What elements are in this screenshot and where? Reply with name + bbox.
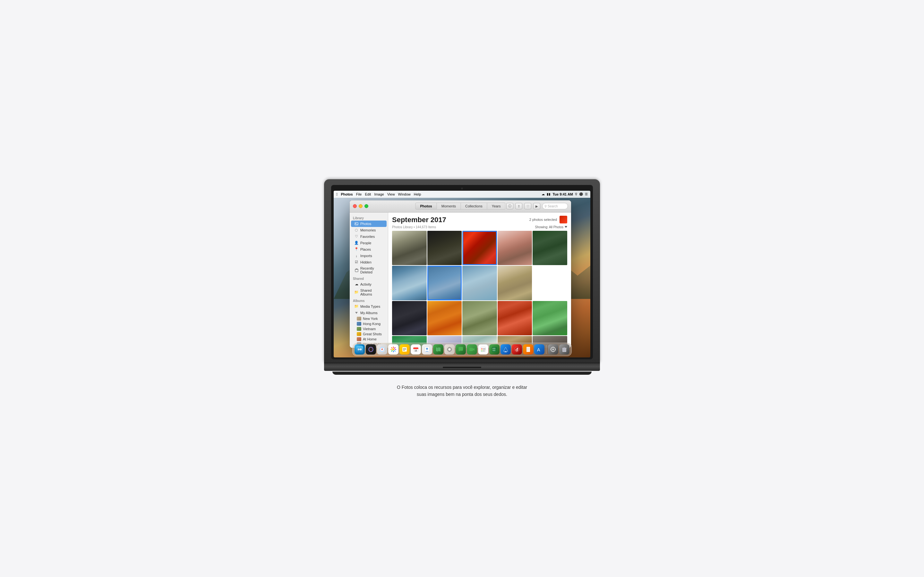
- svg-point-37: [426, 348, 428, 350]
- sidebar-item-vietnam[interactable]: Vietnam: [350, 326, 388, 332]
- dock-icon-ibooks[interactable]: [523, 344, 533, 355]
- content-area: Library Photos ◌ Memories: [350, 213, 571, 348]
- sidebar-activity-label: Activity: [360, 282, 372, 286]
- sidebar-item-activity[interactable]: ☁ Activity: [351, 281, 387, 287]
- year: 2017: [431, 216, 446, 224]
- dock-icon-contacts[interactable]: [422, 344, 432, 355]
- photo-image: [462, 301, 497, 335]
- places-icon: 📍: [354, 247, 359, 251]
- photo-cell[interactable]: [462, 266, 497, 300]
- dock-icon-trash[interactable]: [559, 344, 569, 355]
- sidebar-item-recently-deleted[interactable]: Recently Deleted: [351, 266, 387, 275]
- svg-point-42: [449, 348, 451, 350]
- sidebar-item-memories[interactable]: ◌ Memories: [351, 227, 387, 234]
- photo-cell[interactable]: [427, 301, 462, 335]
- image-menu[interactable]: Image: [374, 192, 384, 196]
- tab-years[interactable]: Years: [487, 203, 506, 210]
- dock-icon-appstore[interactable]: A: [534, 344, 544, 355]
- maximize-button[interactable]: [365, 204, 368, 208]
- sidebar-item-media-types[interactable]: 📁 Media Types: [351, 303, 387, 309]
- app-name-menu[interactable]: Photos: [341, 192, 352, 196]
- dock-icon-itunes[interactable]: [512, 344, 522, 355]
- caption: O Fotos coloca os recursos para você exp…: [397, 384, 527, 398]
- tab-collections[interactable]: Collections: [461, 203, 487, 210]
- svg-point-50: [481, 348, 483, 349]
- siri-icon[interactable]: ⚫: [579, 192, 583, 196]
- library-section-label: Library: [350, 214, 388, 221]
- photo-cell[interactable]: [498, 231, 532, 266]
- file-menu[interactable]: File: [356, 192, 362, 196]
- help-menu[interactable]: Help: [414, 192, 421, 196]
- sidebar-item-hong-kong[interactable]: Hong Kong: [350, 321, 388, 326]
- photo-cell[interactable]: [533, 266, 567, 300]
- photo-cell[interactable]: [427, 231, 462, 266]
- tab-moments[interactable]: Moments: [437, 203, 461, 210]
- info-button[interactable]: ⓘ: [506, 203, 513, 210]
- search-placeholder: Search: [548, 205, 558, 208]
- showing-filter[interactable]: Showing: All Photos: [535, 226, 567, 229]
- sidebar-item-people[interactable]: 👤 People: [351, 240, 387, 246]
- photo-cell[interactable]: [533, 301, 567, 335]
- people-icon: 👤: [354, 241, 359, 245]
- sidebar-imports-label: Imports: [360, 254, 372, 258]
- photo-cell[interactable]: [392, 266, 427, 300]
- dock-icon-finder[interactable]: ☺: [355, 344, 365, 355]
- library-stats: Photos Library • 144,673 Items: [392, 226, 436, 229]
- dock-icon-keynote[interactable]: [501, 344, 511, 355]
- dock-icon-prefs[interactable]: [444, 344, 455, 355]
- photo-cell-selected[interactable]: [462, 231, 497, 266]
- dock-icon-calendar[interactable]: 12: [411, 344, 421, 355]
- slideshow-button[interactable]: ▶: [533, 203, 540, 210]
- photo-cell[interactable]: [462, 301, 497, 335]
- sidebar-item-places[interactable]: 📍 Places: [351, 246, 387, 253]
- photo-cell-selected[interactable]: [427, 266, 462, 300]
- window-menu[interactable]: Window: [398, 192, 411, 196]
- photo-image: [392, 231, 427, 266]
- svg-point-66: [516, 349, 518, 351]
- sidebar-item-shared-albums[interactable]: 📁 Shared Albums: [351, 287, 387, 297]
- dock-icon-system-prefs[interactable]: [548, 344, 558, 355]
- dock-icon-notes[interactable]: [399, 344, 410, 355]
- photo-cell[interactable]: [533, 231, 567, 266]
- heart-button[interactable]: ♡: [524, 203, 531, 210]
- tab-photos[interactable]: Photos: [415, 203, 437, 210]
- edit-menu[interactable]: Edit: [365, 192, 371, 196]
- sidebar-item-new-york[interactable]: New York: [350, 316, 388, 321]
- svg-rect-83: [564, 347, 565, 348]
- sidebar-item-hidden[interactable]: ☑ Hidden: [351, 259, 387, 266]
- svg-rect-80: [555, 349, 556, 350]
- sidebar-item-photos[interactable]: Photos: [351, 221, 387, 227]
- sidebar-favorites-label: Favorites: [360, 235, 375, 239]
- sidebar-item-favorites[interactable]: ♡ Favorites: [351, 234, 387, 240]
- photo-image: [427, 231, 462, 266]
- photos-window: Photos Moments Collections Years ⓘ ⇧ ♡ ▶: [350, 200, 571, 348]
- sidebar-item-great-shots[interactable]: Great Shots: [350, 332, 388, 337]
- sidebar-item-imports[interactable]: ↓ Imports: [351, 253, 387, 259]
- dock-icon-numbers[interactable]: [489, 344, 499, 355]
- minimize-button[interactable]: [359, 204, 363, 208]
- dock-icon-photos-app[interactable]: [388, 344, 399, 355]
- photo-cell[interactable]: [498, 301, 532, 335]
- dock-icon-messages[interactable]: [456, 344, 466, 355]
- close-button[interactable]: [353, 204, 357, 208]
- showing-label: Showing: All Photos: [535, 226, 564, 229]
- dock-icon-safari[interactable]: [377, 344, 387, 355]
- search-box[interactable]: ⚲ Search: [542, 203, 568, 210]
- view-menu[interactable]: View: [387, 192, 395, 196]
- dock-icon-reminders[interactable]: [478, 344, 488, 355]
- svg-rect-61: [493, 350, 495, 351]
- photo-cell[interactable]: [392, 301, 427, 335]
- svg-text:☺: ☺: [358, 348, 361, 351]
- dock-icon-maps[interactable]: [433, 344, 443, 355]
- dock-icon-facetime[interactable]: [467, 344, 477, 355]
- sidebar-item-my-albums[interactable]: My Albums: [351, 309, 387, 316]
- sidebar-media-types-label: Media Types: [360, 305, 380, 308]
- share-button[interactable]: ⇧: [515, 203, 522, 210]
- photo-cell[interactable]: [498, 266, 532, 300]
- sidebar-item-at-home[interactable]: At Home: [350, 337, 388, 342]
- svg-point-20: [393, 348, 394, 350]
- search-menubar-icon[interactable]: ⚲: [575, 192, 577, 196]
- photo-cell[interactable]: [392, 231, 427, 266]
- dock-icon-siri[interactable]: [366, 344, 376, 355]
- control-strip-icon[interactable]: ☰: [585, 192, 588, 196]
